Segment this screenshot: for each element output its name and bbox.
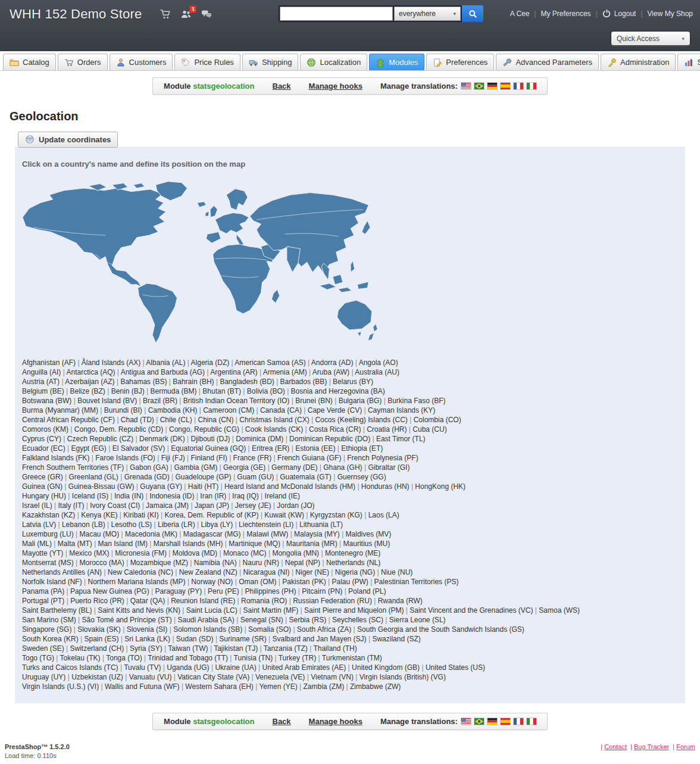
country-link[interactable]: Fiji (FJ): [161, 454, 185, 462]
country-link[interactable]: Man Island (IM): [98, 540, 148, 548]
country-link[interactable]: Saint Pierre and Miquelon (PM): [304, 606, 404, 615]
country-link[interactable]: Armenia (AM): [263, 368, 307, 376]
country-link[interactable]: Christmas Island (CX): [239, 416, 309, 424]
country-link[interactable]: Cambodia (KH): [148, 406, 198, 414]
country-link[interactable]: Poland (PL): [348, 587, 386, 595]
country-link[interactable]: Norfolk Island (NF): [22, 578, 82, 586]
country-link[interactable]: Gibraltar (GI): [368, 463, 410, 472]
country-link[interactable]: El Salvador (SV): [112, 444, 165, 453]
country-link[interactable]: Thailand (TH): [313, 644, 357, 653]
country-link[interactable]: Iran (IR): [200, 492, 226, 500]
country-link[interactable]: Antarctica (AQ): [67, 368, 115, 376]
country-link[interactable]: Vanuatu (VU): [129, 673, 172, 681]
country-link[interactable]: Faroe Islands (FO): [95, 454, 155, 462]
country-link[interactable]: Vietnam (VN): [311, 673, 354, 681]
country-link[interactable]: Reunion Island (RE): [171, 597, 235, 605]
country-link[interactable]: Burundi (BI): [104, 406, 142, 414]
country-link[interactable]: Sri Lanka (LK): [124, 635, 170, 643]
country-link[interactable]: South Georgia and the South Sandwich Isl…: [357, 625, 524, 634]
flag-es-icon[interactable]: [501, 718, 510, 725]
country-link[interactable]: Uzbekistan (UZ): [71, 673, 123, 681]
country-link[interactable]: Swaziland (SZ): [372, 635, 420, 643]
country-link[interactable]: Taiwan (TW): [168, 644, 208, 653]
country-link[interactable]: Virgin Islands (British) (VG): [360, 673, 446, 681]
country-link[interactable]: Ghana (GH): [323, 463, 362, 472]
country-link[interactable]: Angola (AO): [359, 358, 398, 367]
country-link[interactable]: Italy (IT): [58, 501, 84, 510]
country-link[interactable]: Israel (IL): [22, 501, 52, 510]
country-link[interactable]: New Zealand (NZ): [179, 568, 238, 576]
country-link[interactable]: Turkmenistan (TM): [322, 654, 382, 662]
country-link[interactable]: Jordan (JO): [277, 501, 314, 510]
country-link[interactable]: Burma (Myanmar) (MM): [22, 406, 98, 414]
country-link[interactable]: Grenada (GD): [124, 473, 170, 481]
country-link[interactable]: Venezuela (VE): [255, 673, 305, 681]
search-input[interactable]: [280, 7, 393, 21]
country-link[interactable]: Tunisia (TN): [234, 654, 273, 662]
country-link[interactable]: Japan (JP): [195, 501, 229, 510]
country-link[interactable]: Saint Barthelemy (BL): [22, 606, 92, 615]
country-link[interactable]: Vatican City State (VA): [177, 673, 249, 681]
country-link[interactable]: Azerbaijan (AZ): [65, 378, 114, 386]
country-link[interactable]: Samoa (WS): [539, 606, 580, 615]
country-link[interactable]: New Caledonia (NC): [108, 568, 173, 576]
country-link[interactable]: Croatia (HR): [367, 425, 407, 434]
country-link[interactable]: Netherlands Antilles (AN): [22, 568, 102, 576]
country-link[interactable]: Equatorial Guinea (GQ): [171, 444, 246, 453]
country-link[interactable]: French Southern Territories (TF): [22, 463, 124, 472]
tab-preferences[interactable]: Preferences: [426, 54, 494, 70]
country-link[interactable]: Spain (ES): [85, 635, 119, 643]
country-link[interactable]: Congo, Dem. Republic (CD): [74, 425, 163, 434]
country-link[interactable]: Pitcairn (PN): [302, 587, 342, 595]
country-link[interactable]: Mali (ML): [22, 540, 52, 548]
country-link[interactable]: Maldives (MV): [346, 530, 392, 538]
country-link[interactable]: Slovakia (SK): [77, 625, 121, 634]
country-link[interactable]: Mongolia (MN): [272, 549, 319, 557]
country-link[interactable]: Iraq (IQ): [232, 492, 259, 500]
country-link[interactable]: Barbados (BB): [280, 378, 327, 386]
country-link[interactable]: Switzerland (CH): [70, 644, 124, 653]
flag-de-icon[interactable]: [488, 83, 497, 89]
country-link[interactable]: Central African Republic (CF): [22, 416, 115, 424]
country-link[interactable]: Andorra (AD): [311, 358, 354, 367]
tab-shipping[interactable]: Shipping: [242, 54, 299, 70]
country-link[interactable]: United States (US): [426, 663, 485, 672]
country-link[interactable]: Malaysia (MY): [294, 530, 340, 538]
country-link[interactable]: Bolivia (BO): [247, 387, 285, 395]
country-link[interactable]: HongKong (HK): [415, 482, 465, 491]
country-link[interactable]: Serbia (RS): [289, 616, 327, 624]
country-link[interactable]: Benin (BJ): [111, 387, 145, 395]
tab-modules[interactable]: Modules: [369, 54, 424, 70]
country-link[interactable]: Belize (BZ): [70, 387, 105, 395]
country-link[interactable]: Anguilla (AI): [22, 368, 61, 376]
country-link[interactable]: Syria (SY): [130, 644, 162, 653]
country-link[interactable]: Montserrat (MS): [22, 559, 74, 567]
tab-advanced-parameters[interactable]: Advanced Parameters: [496, 54, 599, 70]
country-link[interactable]: Australia (AU): [355, 368, 399, 376]
back-link[interactable]: Back: [273, 82, 291, 91]
country-link[interactable]: Singapore (SG): [22, 625, 71, 634]
user-link[interactable]: A Cee: [510, 10, 530, 18]
country-link[interactable]: Algeria (DZ): [191, 358, 230, 367]
back-link[interactable]: Back: [273, 717, 291, 726]
country-link[interactable]: Paraguay (PY): [155, 587, 202, 595]
country-link[interactable]: Kyrgyzstan (KG): [310, 511, 362, 519]
country-link[interactable]: Uganda (UG): [167, 663, 209, 672]
country-link[interactable]: Malta (MT): [58, 540, 92, 548]
country-link[interactable]: Wallis and Futuna (WF): [105, 682, 180, 691]
customers-notification-icon[interactable]: 1: [180, 10, 192, 19]
country-link[interactable]: Afghanistan (AF): [22, 358, 76, 367]
country-link[interactable]: Western Sahara (EH): [185, 682, 254, 691]
country-link[interactable]: Bahrain (BH): [173, 378, 214, 386]
country-link[interactable]: Estonia (EE): [295, 444, 335, 453]
country-link[interactable]: Ukraine (UA): [215, 663, 256, 672]
flag-us-icon[interactable]: [461, 83, 471, 89]
country-link[interactable]: China (CN): [198, 416, 233, 424]
country-link[interactable]: Lesotho (LS): [111, 520, 152, 529]
country-link[interactable]: Denmark (DK): [139, 435, 185, 443]
manage-hooks-link[interactable]: Manage hooks: [309, 82, 362, 91]
country-link[interactable]: Belgium (BE): [22, 387, 64, 395]
country-link[interactable]: Iceland (IS): [72, 492, 108, 500]
country-link[interactable]: Moldova (MD): [173, 549, 217, 557]
country-link[interactable]: Cape Verde (CV): [308, 406, 362, 414]
